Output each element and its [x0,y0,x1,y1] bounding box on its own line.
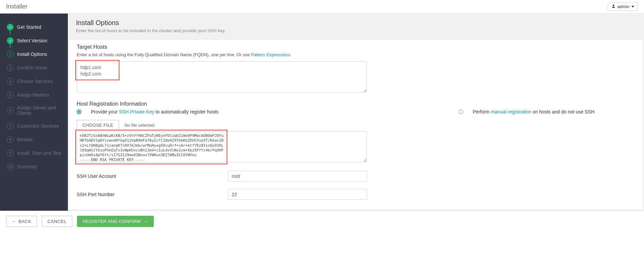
step-label: Get Started [17,24,41,30]
step-number: 5 [7,91,14,98]
step-label: Customize Services [17,123,59,129]
arrow-right-icon: → [144,219,148,224]
arrow-left-icon: ← [12,219,17,224]
cancel-button[interactable]: CANCEL [42,216,72,227]
user-menu-button[interactable]: admin [608,2,638,11]
ssh-key-input[interactable] [77,131,367,162]
back-button[interactable]: ←BACK [6,216,37,227]
step-label: Choose Services [17,79,53,84]
ssh-key-option-label: Provide your SSH Private Key to automati… [91,109,219,114]
register-confirm-button[interactable]: REGISTER AND CONFIRM→ [77,216,154,227]
user-label: admin [618,4,629,9]
step-label: Review [17,137,33,142]
step-install-start-test[interactable]: 9 Install, Start and Test [5,146,68,160]
radio-checked-icon [77,109,81,114]
manual-registration-link[interactable]: manual registration [491,109,531,114]
step-get-started[interactable]: ✓ Get Started [5,20,68,34]
ssh-user-label: SSH User Account [77,173,228,179]
check-icon: ✓ [7,24,14,30]
footer: ←BACK CANCEL REGISTER AND CONFIRM→ [0,211,644,232]
step-number: 9 [7,150,14,157]
step-label: Assign Slaves and Clients [17,105,66,116]
step-number: 6 [7,107,14,114]
step-number: 4 [7,78,14,85]
step-label: Summary [17,164,37,169]
page-subtitle: Enter the list of hosts to be included i… [76,28,636,33]
ssh-key-option[interactable]: Provide your SSH Private Key to automati… [77,109,219,114]
chevron-down-icon [631,6,634,7]
target-hosts-desc: Enter a list of hosts using the Fully Qu… [77,52,635,57]
check-icon: ✓ [7,37,14,44]
manual-registration-option[interactable]: Perform manual registration on hosts and… [458,109,635,114]
step-assign-masters[interactable]: 5 Assign Masters [5,88,68,102]
manual-registration-option-label: Perform manual registration on hosts and… [473,109,594,114]
step-install-options[interactable]: 2 Install Options [5,47,68,61]
pattern-expressions-link[interactable]: Pattern Expressions [251,52,290,57]
step-number: 8 [7,136,14,143]
main-content: Install Options Enter the list of hosts … [68,14,644,211]
page-title: Install Options [76,19,636,27]
step-label: Confirm Hosts [17,65,47,70]
ssh-private-key-link[interactable]: SSH Private Key [119,109,154,114]
step-label: Assign Masters [17,92,50,98]
step-confirm-hosts[interactable]: 3 Confirm Hosts [5,61,68,75]
step-number: 10 [7,163,14,170]
target-hosts-input[interactable] [77,61,367,92]
ssh-port-input[interactable] [228,189,367,200]
choose-file-button[interactable]: CHOOSE FILE [77,120,119,130]
ssh-user-input[interactable] [228,171,367,182]
step-label: Select Version [17,38,48,43]
step-summary[interactable]: 10 Summary [5,160,68,173]
step-choose-services[interactable]: 4 Choose Services [5,75,68,88]
user-icon [611,4,615,9]
step-customize-services[interactable]: 7 Customize Services [5,119,68,133]
step-assign-slaves[interactable]: 6 Assign Slaves and Clients [5,102,68,119]
step-label: Install, Start and Test [17,150,61,156]
host-reg-title: Host Registration Information [77,101,635,107]
sidebar: ✓ Get Started ✓ Select Version 2 Install… [0,14,68,211]
app-title: Installer [6,3,27,10]
target-hosts-title: Target Hosts [77,44,635,50]
step-number: 7 [7,123,14,129]
ssh-port-label: SSH Port Number [77,192,228,197]
step-label: Install Options [17,51,47,57]
file-status: No file selected [125,123,155,128]
page-header: Install Options Enter the list of hosts … [68,14,644,40]
radio-unchecked-icon [458,109,463,114]
topbar: Installer admin [0,0,644,14]
step-select-version[interactable]: ✓ Select Version [5,34,68,47]
step-number: 3 [7,64,14,71]
step-number: 2 [7,51,14,58]
step-review[interactable]: 8 Review [5,133,68,146]
